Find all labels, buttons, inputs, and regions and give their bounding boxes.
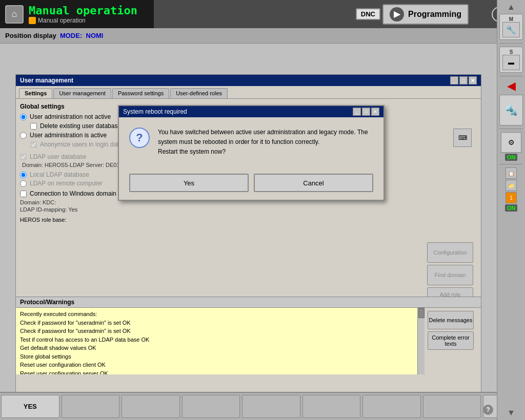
dnc-badge[interactable]: DNC [356, 8, 380, 20]
on-badge-1: ON [505, 154, 518, 161]
bottom-btn-5 [242, 395, 300, 418]
machine-icon: 🔧 [502, 22, 520, 37]
top-bar-left: ⌂ Manual operation Manual operation [0, 0, 154, 28]
modal-info-icon: ? [129, 128, 150, 148]
main-area: User management _ □ ✕ Settings User mana… [0, 44, 497, 392]
mode-label: MODE: [60, 32, 82, 39]
bottom-btn-2 [62, 395, 120, 418]
modal-cancel-button[interactable]: Cancel [254, 174, 373, 192]
on-badge-2: ON [505, 204, 518, 212]
s-label: S [510, 49, 513, 55]
help-icon[interactable]: ? [483, 405, 493, 415]
bottom-btn-4 [182, 395, 240, 418]
top-bar: ⌂ Manual operation Manual operation DNC … [0, 0, 525, 28]
programming-label: Programming [408, 10, 461, 19]
main-title: Manual operation [29, 4, 137, 17]
bottom-yes-button[interactable]: YES [1, 395, 59, 418]
sidebar-lower-2: 📋 📁 1 ON [505, 167, 518, 212]
modal-buttons: Yes Cancel [119, 169, 383, 200]
sidebar-divider-2 [499, 76, 523, 76]
modal-minimize[interactable]: _ [353, 108, 361, 116]
top-bar-center: DNC ▶ Programming [154, 0, 474, 28]
app-icon: ⌂ [5, 5, 24, 24]
title-block: Manual operation Manual operation [29, 4, 137, 24]
position-display-text: Position display MODE: NOMI [5, 32, 103, 39]
sidebar-divider-3 [499, 129, 523, 129]
tool-icon[interactable]: 🔩 [499, 95, 523, 125]
right-sidebar: ▲ M 🔧 S ▬ ◀ 🔩 ⚙ ON 📋 📁 1 [497, 0, 525, 420]
modal-body: ? You have switched between active user … [119, 117, 383, 169]
sidebar-m-button[interactable]: M 🔧 [499, 14, 523, 40]
modal-title: System reboot required [123, 108, 187, 115]
scroll-down-arrow[interactable]: ▼ [507, 408, 515, 417]
sidebar-lower: ⚙ ON [501, 132, 521, 161]
m-label: M [509, 16, 513, 22]
scroll-up-arrow[interactable]: ▲ [507, 3, 515, 12]
bottom-btn-6 [302, 395, 361, 418]
sidebar-divider-4 [499, 164, 523, 164]
modal-controls: _ □ ✕ [353, 108, 379, 116]
system-reboot-dialog: System reboot required _ □ ✕ ? You have … [118, 105, 385, 201]
bottom-btn-8 [423, 395, 481, 418]
s-icon: ▬ [502, 55, 520, 70]
sidebar-icon-3[interactable]: ⚙ [501, 132, 521, 153]
modal-restore[interactable]: □ [362, 108, 370, 116]
nomi-label: NOMI [86, 32, 104, 39]
modal-close[interactable]: ✕ [371, 108, 379, 116]
red-arrow-icon[interactable]: ◀ [507, 79, 516, 93]
sidebar-icon-6[interactable]: 1 [506, 192, 517, 203]
bottom-bar: YES ? END [0, 392, 525, 420]
programming-icon: ▶ [390, 7, 404, 22]
sidebar-divider-1 [499, 43, 523, 44]
sidebar-icon-4[interactable]: 📋 [506, 167, 517, 179]
modal-title-bar: System reboot required _ □ ✕ [119, 106, 383, 117]
modal-message: You have switched between active user ad… [158, 128, 373, 157]
sidebar-icon-5[interactable]: 📁 [506, 180, 517, 191]
bottom-btn-7 [362, 395, 421, 418]
second-bar: Position display MODE: NOMI [0, 28, 497, 44]
subtitle: Manual operation [29, 17, 137, 24]
programming-button[interactable]: ▶ Programming [382, 4, 469, 25]
modal-yes-button[interactable]: Yes [129, 174, 249, 192]
home-icon [29, 17, 36, 24]
modal-overlay: System reboot required _ □ ✕ ? You have … [0, 44, 497, 392]
sidebar-s-button[interactable]: S ▬ [499, 47, 523, 73]
bottom-btn-3 [122, 395, 180, 418]
